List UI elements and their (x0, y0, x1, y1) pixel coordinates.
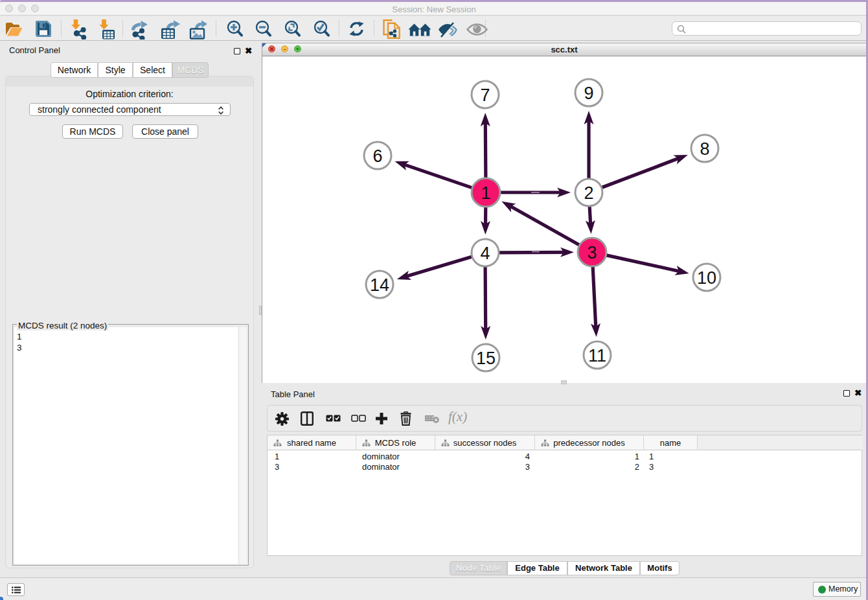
svg-text:15: 15 (476, 349, 496, 368)
svg-text:4: 4 (480, 244, 490, 263)
svg-text:11: 11 (588, 346, 606, 365)
svg-text:7: 7 (480, 86, 490, 105)
svg-text:10: 10 (697, 268, 716, 288)
svg-text:6: 6 (372, 146, 382, 166)
svg-text:14: 14 (370, 275, 389, 295)
svg-text:2: 2 (584, 183, 593, 203)
svg-text:1: 1 (481, 183, 490, 203)
svg-text:3: 3 (587, 243, 597, 262)
svg-text:9: 9 (584, 84, 593, 103)
svg-text:8: 8 (700, 139, 709, 159)
